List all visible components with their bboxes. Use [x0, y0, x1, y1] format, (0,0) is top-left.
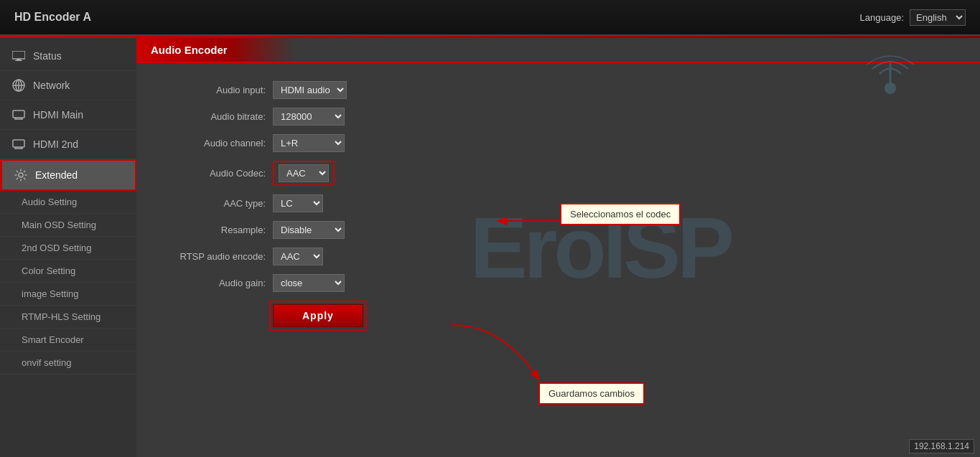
rtsp-select[interactable]: AAC MP3 — [273, 248, 323, 265]
sidebar-label-hdmi-main: HDMI Main — [33, 109, 83, 121]
sidebar-sub-audio-setting[interactable]: Audio Setting — [0, 191, 136, 214]
sidebar-label-network: Network — [33, 80, 70, 91]
sidebar-item-hdmi-2nd[interactable]: HDMI 2nd — [0, 130, 136, 159]
sidebar-sub-smart-encoder[interactable]: Smart Encoder — [0, 329, 136, 352]
audio-channel-select[interactable]: L+R Left Right — [273, 134, 345, 152]
callout-apply: Guardamos cambios — [538, 382, 645, 405]
page-title: Audio Encoder — [136, 38, 294, 62]
audio-codec-row: Audio Codec: AAC MP3 G711 — [151, 161, 966, 186]
language-label: Language: — [860, 12, 904, 23]
audio-bitrate-label: Audio bitrate: — [151, 111, 266, 122]
main-layout: Status Network — [0, 38, 980, 457]
language-selector: Language: English Chinese — [860, 9, 966, 26]
audio-bitrate-row: Audio bitrate: 128000 64000 32000 — [151, 108, 966, 126]
apply-button-wrapper: Apply — [269, 301, 367, 331]
audio-codec-label: Audio Codec: — [151, 168, 266, 179]
audio-codec-highlight: AAC MP3 G711 — [273, 161, 335, 186]
audio-codec-select[interactable]: AAC MP3 G711 — [279, 164, 329, 182]
gear-icon — [14, 168, 28, 182]
sidebar: Status Network — [0, 38, 136, 457]
callout-codec-arrow — [492, 207, 564, 235]
sidebar-sub-rtmp-hls[interactable]: RTMP-HLS Setting — [0, 306, 136, 329]
resample-select[interactable]: Disable Enable — [273, 221, 345, 239]
callout-codec: Seleccionamos el codec — [560, 203, 681, 225]
sidebar-item-extended[interactable]: Extended — [0, 159, 136, 191]
svg-rect-0 — [12, 51, 25, 59]
sidebar-sub-main-osd[interactable]: Main OSD Setting — [0, 214, 136, 237]
monitor-icon — [11, 49, 26, 63]
svg-rect-2 — [15, 60, 22, 61]
sidebar-label-hdmi-2nd: HDMI 2nd — [33, 138, 78, 150]
sidebar-item-status[interactable]: Status — [0, 42, 136, 71]
globe-icon — [11, 78, 26, 93]
audio-channel-label: Audio channel: — [151, 138, 266, 149]
hdmi-2nd-icon — [11, 137, 26, 151]
audio-gain-label: Audio gain: — [151, 278, 266, 288]
svg-rect-1 — [17, 59, 21, 60]
sidebar-label-extended: Extended — [35, 169, 78, 181]
page-header-bar: Audio Encoder — [136, 38, 980, 63]
resample-label: Resample: — [151, 225, 266, 235]
hdmi-main-icon — [11, 108, 26, 122]
sidebar-sub-color-setting[interactable]: Color Setting — [0, 260, 136, 283]
audio-bitrate-select[interactable]: 128000 64000 32000 — [273, 108, 345, 126]
content-area: EroISP Audio Encoder Audio input: HDMI a… — [136, 38, 980, 457]
aac-type-label: AAC type: — [151, 198, 266, 209]
sidebar-label-status: Status — [33, 50, 62, 62]
svg-point-15 — [19, 173, 23, 177]
sidebar-item-hdmi-main[interactable]: HDMI Main — [0, 100, 136, 130]
audio-channel-row: Audio channel: L+R Left Right — [151, 134, 966, 152]
rtsp-row: RTSP audio encode: AAC MP3 — [151, 248, 966, 265]
audio-input-row: Audio input: HDMI audio Line in — [151, 81, 966, 99]
svg-rect-7 — [13, 110, 24, 118]
aac-type-select[interactable]: LC HE HEv2 — [273, 194, 323, 212]
sidebar-sub-image-setting[interactable]: image Setting — [0, 283, 136, 306]
app-title: HD Encoder A — [14, 11, 91, 24]
language-select[interactable]: English Chinese — [910, 9, 966, 26]
sidebar-sub-2nd-osd[interactable]: 2nd OSD Setting — [0, 237, 136, 260]
audio-input-label: Audio input: — [151, 85, 266, 95]
apply-button[interactable]: Apply — [273, 304, 363, 327]
audio-gain-select[interactable]: close 3dB 6dB 9dB — [273, 274, 345, 292]
rtsp-label: RTSP audio encode: — [151, 251, 266, 262]
audio-input-select[interactable]: HDMI audio Line in — [273, 81, 347, 99]
sidebar-sub-onvif[interactable]: onvif setting — [0, 352, 136, 374]
audio-gain-row: Audio gain: close 3dB 6dB 9dB — [151, 274, 966, 292]
sidebar-item-network[interactable]: Network — [0, 71, 136, 100]
svg-rect-11 — [13, 140, 24, 147]
ip-address: 192.168.1.214 — [909, 439, 974, 453]
header: HD Encoder A Language: English Chinese — [0, 0, 980, 36]
